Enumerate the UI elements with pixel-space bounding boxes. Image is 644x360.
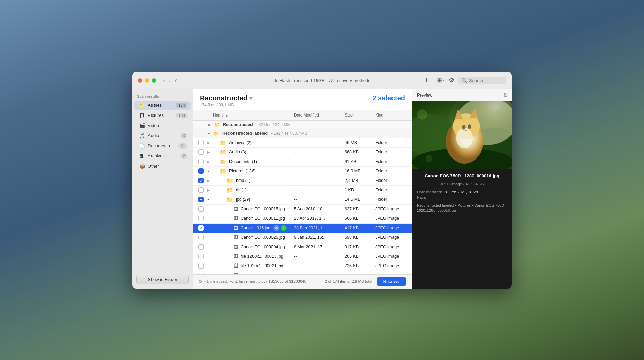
file-date: 23 Apr 2017, 1...: [294, 216, 345, 221]
list-item[interactable]: 🖼 file 1920x1...00021.jpg -- 726 KB JPEG…: [193, 261, 412, 271]
expand-icon[interactable]: ▾: [207, 169, 209, 173]
checkbox-archives[interactable]: [198, 140, 204, 145]
expand-icon[interactable]: ▶: [207, 188, 210, 192]
checkbox-file6[interactable]: [198, 254, 204, 259]
sidebar-item-count: 174: [176, 103, 187, 108]
section-reconstructed[interactable]: ▶ 📁 Reconstructed - 32 files / 24,5 MB: [193, 121, 412, 129]
nav-arrows: ‹ ›: [162, 77, 172, 84]
list-item[interactable]: ✓ ▶ 📁 bmp (1) -- 2,4 MB Folder: [193, 176, 412, 186]
checkbox-documents[interactable]: [198, 159, 204, 164]
status-text: <1m elapsed, ~0h14m remain, block 161305…: [204, 279, 306, 283]
all-files-icon: 📁: [139, 102, 145, 108]
show-in-finder-button[interactable]: Show in Finder: [136, 275, 189, 284]
col-name-header[interactable]: Name ▲: [213, 113, 294, 118]
file-date: --: [294, 178, 345, 183]
selected-count: 2 selected: [372, 94, 405, 102]
preview-filename: Canon EOS 750D...1280_000016.jpg: [417, 173, 507, 178]
file-name: file 1920x1...00021.jpg: [241, 263, 283, 268]
search-box[interactable]: 🔍: [458, 77, 506, 84]
list-item[interactable]: 🖼 Canon EO...000011.jpg 23 Apr 2017, 1..…: [193, 214, 412, 224]
checkbox-file5[interactable]: [198, 244, 204, 250]
scan-results-label: Scan results: [132, 89, 193, 100]
file-size: 14,5 MB: [345, 197, 375, 202]
col-size-header[interactable]: Size: [345, 113, 375, 118]
list-item[interactable]: − ▾ 📁 jpg (29) -- 14,5 MB Folder: [193, 195, 412, 205]
main-content: Scan results 📁 All files 174 🖼 Pictures …: [132, 89, 512, 289]
checkbox-file2[interactable]: [198, 216, 204, 221]
list-item[interactable]: ✓ 🖼 Canon...016.jpg 👁 + 28 Feb 2021, 1..…: [193, 224, 412, 233]
list-item[interactable]: 🖼 Canon EO...000025.jpg 9 Jan 2021, 16:.…: [193, 233, 412, 242]
filter-icon[interactable]: ⚙: [449, 77, 454, 84]
expand-icon[interactable]: ▶: [207, 141, 210, 145]
close-button[interactable]: [138, 78, 142, 83]
checkbox-bmp[interactable]: ✓: [198, 178, 204, 183]
view-toggle[interactable]: ⊞ ▾: [437, 77, 445, 84]
expand-icon[interactable]: ▶: [207, 160, 210, 164]
maximize-button[interactable]: [152, 78, 156, 83]
file-name: Documents (1): [229, 159, 257, 164]
folder-icon: 📁: [220, 168, 226, 174]
checkbox-file4[interactable]: [198, 235, 204, 240]
sidebar-item-pictures[interactable]: 🖼 Pictures 138: [134, 111, 191, 120]
list-item[interactable]: ▶ 📁 gif (1) -- 1 KB Folder: [193, 186, 412, 195]
file-browser: Reconstructed ▾ 174 files / 88,1 MB 2 se…: [193, 89, 412, 289]
list-item[interactable]: 🖼 file 1280x1...00013.jpg -- 265 KB JPEG…: [193, 252, 412, 261]
checkbox-file-selected[interactable]: ✓: [198, 225, 204, 231]
add-icon[interactable]: +: [281, 225, 287, 231]
list-item[interactable]: − ▾ 📁 Pictures (136) -- 16,9 MB Folder: [193, 167, 412, 176]
copy-icon[interactable]: ⧉: [504, 92, 507, 98]
sidebar-item-all-files[interactable]: 📁 All files 174: [134, 101, 191, 110]
search-input[interactable]: [469, 78, 503, 83]
expand-icon[interactable]: ▶: [207, 179, 210, 183]
eye-icon[interactable]: 👁: [273, 225, 279, 231]
file-name: gif (1): [236, 188, 247, 192]
checkbox-pictures[interactable]: −: [198, 168, 204, 174]
list-item[interactable]: 🖼 Canon EO...000004.jpg 8 Mar 2021, 17:.…: [193, 242, 412, 252]
sidebar-item-video[interactable]: 🎬 Video: [134, 121, 191, 130]
list-item[interactable]: ▶ 📁 Archives (2) -- 46 MB Folder: [193, 138, 412, 148]
sidebar-item-audio[interactable]: 🎵 Audio 3: [134, 131, 191, 141]
list-item[interactable]: 🖼 Canon EO...000015.jpg 5 Aug 2018, 18..…: [193, 205, 412, 214]
list-item[interactable]: 🖼 file 1920x1...00003.jpg -- 769 KB JPEG…: [193, 271, 412, 274]
checkbox-jpg[interactable]: −: [198, 197, 204, 202]
row-actions: 👁 +: [273, 225, 287, 231]
checkbox-gif[interactable]: [198, 187, 204, 193]
file-kind: Folder: [375, 150, 409, 154]
folder-dropdown-icon[interactable]: ▾: [249, 95, 252, 101]
col-date-header[interactable]: Date Modified: [294, 113, 345, 118]
file-kind: JPEG image: [375, 226, 409, 230]
file-name: Archives (2): [229, 140, 252, 145]
forward-button[interactable]: ›: [167, 77, 172, 84]
expand-icon[interactable]: ▶: [207, 150, 210, 154]
section-reconstructed-labeled[interactable]: ▾ 📁 Reconstructed labeled - 142 files / …: [193, 129, 412, 138]
sidebar-item-label: Archives: [148, 153, 178, 158]
status-right: 2 of 174 items, 2,8 MB total Recover: [325, 277, 406, 286]
file-name: Pictures (136): [229, 169, 256, 173]
file-date: --: [294, 197, 345, 202]
recover-button[interactable]: Recover: [377, 277, 406, 286]
sidebar-item-documents[interactable]: 📄 Documents 31: [134, 141, 191, 151]
checkbox-file1[interactable]: [198, 206, 204, 212]
file-name: Canon...016.jpg: [241, 226, 270, 230]
pause-button[interactable]: ⏸: [425, 77, 430, 83]
minimize-button[interactable]: [145, 78, 149, 83]
preview-info: Canon EOS 750D...1280_000016.jpg JPEG im…: [412, 169, 512, 289]
spinning-icon: ⟳: [199, 279, 202, 284]
file-date: --: [294, 169, 345, 173]
file-name: bmp (1): [236, 178, 250, 183]
titlebar-right: ⏸ ⊞ ▾ ⚙ 🔍: [425, 77, 506, 84]
sidebar-item-other[interactable]: 📦 Other: [134, 162, 191, 171]
sidebar-item-archives[interactable]: 🗜 Archives 2: [134, 151, 191, 161]
col-kind-header[interactable]: Kind: [375, 113, 409, 118]
back-button[interactable]: ‹: [162, 77, 166, 84]
expand-icon[interactable]: ▾: [207, 198, 209, 202]
sidebar-item-label: Other: [148, 164, 187, 169]
list-item[interactable]: ▶ 📁 Audio (3) -- 668 KB Folder: [193, 148, 412, 157]
file-kind: JPEG image: [375, 216, 409, 221]
file-kind: Folder: [375, 169, 409, 173]
checkbox-file7[interactable]: [198, 263, 204, 269]
preview-path-val: Reconstructed labeled • Pictures • Canon…: [417, 203, 507, 213]
list-item[interactable]: ▶ 📁 Documents (1) -- 91 KB Folder: [193, 157, 412, 167]
checkbox-audio[interactable]: [198, 149, 204, 155]
home-icon[interactable]: ⌂: [175, 77, 179, 84]
